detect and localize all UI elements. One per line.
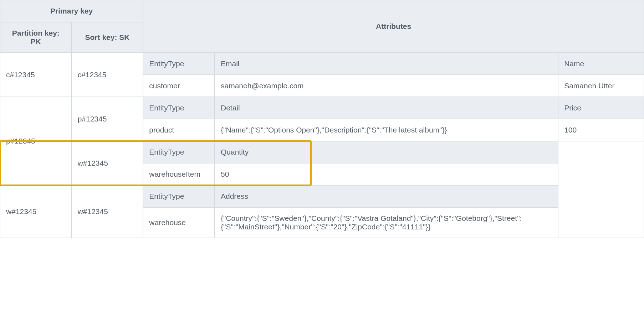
- table-row: w#12345 EntityType Quantity: [0, 141, 644, 163]
- header-primary-key: Primary key: [0, 0, 143, 22]
- table-row: w#12345 w#12345 EntityType Address: [0, 185, 644, 207]
- cell-sk: c#12345: [72, 53, 143, 97]
- cell-sk: w#12345: [72, 185, 143, 238]
- table-row: c#12345 c#12345 EntityType Email Name: [0, 53, 644, 75]
- table-wrapper: Primary key Attributes Partition key: PK…: [0, 0, 644, 238]
- data-model-table: Primary key Attributes Partition key: PK…: [0, 0, 644, 238]
- attr-label-entitytype: EntityType: [143, 141, 215, 163]
- cell-entitytype: product: [143, 119, 215, 141]
- cell-sk: w#12345: [72, 141, 143, 185]
- attr-label-entitytype: EntityType: [143, 97, 215, 119]
- cell-pk: p#12345: [0, 97, 72, 185]
- header-partition-key: Partition key: PK: [0, 22, 72, 53]
- header-attributes: Attributes: [143, 0, 644, 53]
- cell-pk: c#12345: [0, 53, 72, 97]
- cell-email: samaneh@example.com: [215, 75, 558, 97]
- attr-label-entitytype: EntityType: [143, 53, 215, 75]
- attr-label-detail: Detail: [215, 97, 558, 119]
- cell-price: 100: [558, 119, 644, 141]
- attr-label-email: Email: [215, 53, 558, 75]
- cell-detail: {"Name":{"S":"Options Open"},"Descriptio…: [215, 119, 558, 141]
- cell-entitytype: warehouse: [143, 207, 215, 238]
- cell-name: Samaneh Utter: [558, 75, 644, 97]
- table-row: p#12345 p#12345 EntityType Detail Price: [0, 97, 644, 119]
- cell-quantity: 50: [215, 163, 558, 185]
- header-sort-key: Sort key: SK: [72, 22, 143, 53]
- attr-label-quantity: Quantity: [215, 141, 558, 163]
- cell-address: {"Country":{"S":"Sweden"},"County":{"S":…: [215, 207, 558, 238]
- cell-entitytype: customer: [143, 75, 215, 97]
- attr-label-entitytype: EntityType: [143, 185, 215, 207]
- cell-sk: p#12345: [72, 97, 143, 141]
- attr-label-name: Name: [558, 53, 644, 75]
- cell-entitytype: warehouseItem: [143, 163, 215, 185]
- attr-label-address: Address: [215, 185, 558, 207]
- cell-pk: w#12345: [0, 185, 72, 238]
- attr-label-price: Price: [558, 97, 644, 119]
- header-row-1: Primary key Attributes: [0, 0, 644, 22]
- cell-empty: [558, 141, 644, 238]
